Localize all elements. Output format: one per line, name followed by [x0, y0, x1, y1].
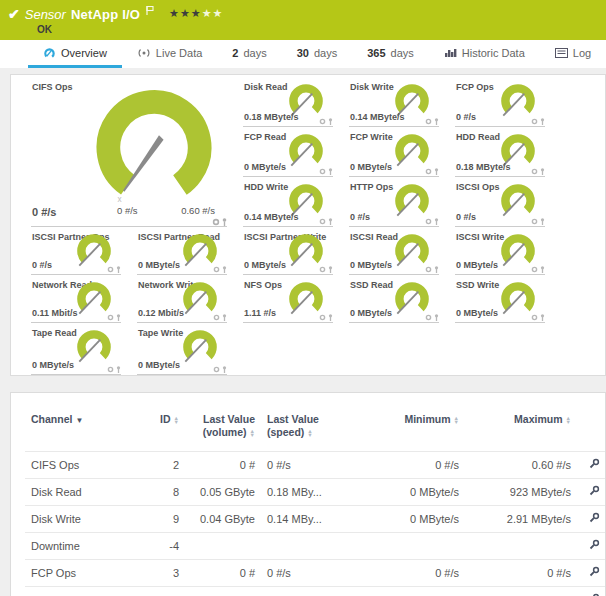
wrench-icon[interactable]: [588, 485, 600, 497]
wrench-icon[interactable]: [588, 566, 600, 578]
tab-label: Live Data: [156, 47, 202, 59]
gauge-pin-icon[interactable]: [328, 168, 333, 175]
col-header-id[interactable]: ID▲▼: [143, 403, 185, 452]
cell-maximum: 0 #/s: [465, 560, 577, 587]
gauge-gear-icon[interactable]: [425, 118, 432, 125]
gauge-gear-icon[interactable]: [425, 218, 432, 225]
cell-minimum: 0 #/s: [355, 452, 465, 479]
table-row[interactable]: Disk Write 9 0.04 GByte 0.14 MBy... 0 MB…: [25, 506, 606, 533]
gauge-pin-icon[interactable]: [116, 314, 121, 321]
gauge-value: 0 MByte/s: [456, 308, 498, 318]
col-header-maximum[interactable]: Maximum▲▼: [465, 403, 577, 452]
priority-stars[interactable]: ★★★★★: [169, 7, 223, 20]
gauge-pin-icon[interactable]: [328, 218, 333, 225]
gauge-pin-icon[interactable]: [222, 366, 227, 373]
tab-log[interactable]: Log: [540, 40, 606, 68]
wrench-icon[interactable]: [588, 458, 600, 470]
table-row[interactable]: FCP Ops 3 0 # 0 #/s 0 #/s 0 #/s: [25, 560, 606, 587]
gauge-pin-icon[interactable]: [328, 118, 333, 125]
gauge-pin-icon[interactable]: [328, 314, 333, 321]
status-badge: OK: [37, 24, 596, 35]
wrench-icon[interactable]: [588, 512, 600, 524]
gauge-gear-icon[interactable]: [319, 218, 326, 225]
gauge-gear-icon[interactable]: [213, 366, 220, 373]
col-header-channel[interactable]: Channel▼: [25, 403, 143, 452]
gauge-pin-icon[interactable]: [434, 314, 439, 321]
tab-2-days[interactable]: 2 days: [217, 40, 281, 68]
cell-id: -4: [143, 533, 185, 560]
gauge-gear-icon[interactable]: [319, 314, 326, 321]
col-sublabel: (volume): [203, 426, 247, 438]
gauge-gear-icon[interactable]: [425, 266, 432, 273]
sensor-title: NetApp I/O: [71, 7, 140, 22]
gauge-dial-icon: [497, 82, 539, 120]
table-row[interactable]: FCP Read 10 0 GByte 0 MByte/s 0 MByte/s …: [25, 587, 606, 596]
flag-icon[interactable]: [146, 1, 154, 19]
gauge-pin-icon[interactable]: [222, 266, 227, 273]
gauge-gear-icon[interactable]: [531, 168, 538, 175]
gauge-gear-icon[interactable]: [107, 266, 114, 273]
cell-last-value-volume: 0 #: [185, 452, 261, 479]
cell-settings: [577, 506, 606, 533]
tab-overview[interactable]: Overview: [28, 40, 122, 68]
table-row[interactable]: Disk Read 8 0.05 GByte 0.18 MBy... 0 MBy…: [25, 479, 606, 506]
gauge-pin-icon[interactable]: [434, 266, 439, 273]
gauge-pin-icon[interactable]: [328, 266, 333, 273]
gauge-gear-icon[interactable]: [319, 168, 326, 175]
chart-icon: [444, 47, 457, 58]
tab-number: 2: [232, 47, 238, 59]
gauge-gear-icon[interactable]: [531, 314, 538, 321]
gauge-gear-icon[interactable]: [531, 266, 538, 273]
gauge-gear-icon[interactable]: [107, 314, 114, 321]
gauge-gear-icon[interactable]: [425, 168, 432, 175]
gauge-value: 0.12 Mbit/s: [138, 308, 184, 318]
gauge-pin-icon[interactable]: [434, 118, 439, 125]
gauge-pin-icon[interactable]: [222, 314, 227, 321]
gauge-gear-icon[interactable]: [212, 218, 220, 226]
gauge-value: 0 #/s: [456, 112, 476, 122]
gauge-gear-icon[interactable]: [213, 266, 220, 273]
gauge-pin-icon[interactable]: [540, 314, 545, 321]
gauge-pin-icon[interactable]: [540, 218, 545, 225]
gauge-pin-icon[interactable]: [222, 218, 227, 226]
tab-historic-data[interactable]: Historic Data: [429, 40, 540, 68]
cell-maximum: 923 MByte/s: [465, 479, 577, 506]
gauge-pin-icon[interactable]: [116, 266, 121, 273]
gauge-title: SSD Read: [350, 280, 393, 290]
cell-id: 8: [143, 479, 185, 506]
gauge-gear-icon[interactable]: [319, 118, 326, 125]
cell-id: 3: [143, 560, 185, 587]
gauge-dial-icon: [391, 182, 433, 220]
tab-30-days[interactable]: 30 days: [282, 40, 353, 68]
stars-empty: ★★: [202, 7, 224, 19]
gauge-pin-icon[interactable]: [540, 118, 545, 125]
col-header-last-value-speed[interactable]: Last Value(speed)▲▼: [261, 403, 355, 452]
gauge-gear-icon[interactable]: [531, 118, 538, 125]
col-label: Channel: [31, 413, 72, 425]
gauge-title: HTTP Ops: [350, 182, 393, 192]
table-row[interactable]: CIFS Ops 2 0 # 0 #/s 0 #/s 0.60 #/s: [25, 452, 606, 479]
cell-last-value-volume: 0 GByte: [185, 587, 261, 596]
gauge-pin-icon[interactable]: [540, 168, 545, 175]
sort-desc-icon: ▼: [75, 416, 83, 425]
col-header-last-value-volume[interactable]: Last Value(volume)▲▼: [185, 403, 261, 452]
gauge-value: 0.11 Mbit/s: [32, 308, 78, 318]
gauge-pin-icon[interactable]: [434, 218, 439, 225]
cell-last-value-speed: 0 #/s: [261, 452, 355, 479]
tab-365-days[interactable]: 365 days: [352, 40, 429, 68]
gauge-pin-icon[interactable]: [116, 366, 121, 373]
gauge-gear-icon[interactable]: [531, 218, 538, 225]
table-row[interactable]: Downtime -4: [25, 533, 606, 560]
wrench-icon[interactable]: [588, 539, 600, 551]
gauge-gear-icon[interactable]: [319, 266, 326, 273]
col-header-minimum[interactable]: Minimum▲▼: [355, 403, 465, 452]
sensor-type-label: Sensor: [25, 7, 66, 22]
gauge-gear-icon[interactable]: [425, 314, 432, 321]
gauge-pin-icon[interactable]: [434, 168, 439, 175]
gauge-gear-icon[interactable]: [107, 366, 114, 373]
gauge-pin-icon[interactable]: [540, 266, 545, 273]
gauge-gear-icon[interactable]: [213, 314, 220, 321]
tab-live-data[interactable]: Live Data: [122, 40, 217, 68]
sort-icon: ▲▼: [307, 429, 312, 437]
gauge-title: Tape Write: [138, 328, 183, 338]
